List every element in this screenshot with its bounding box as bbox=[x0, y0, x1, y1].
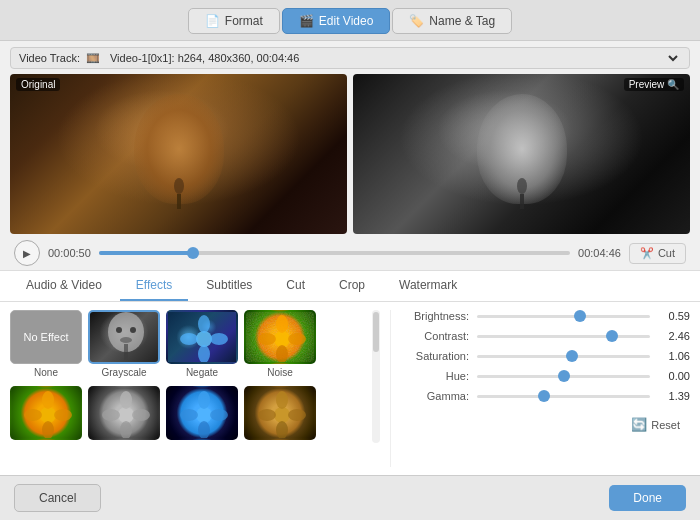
play-button[interactable]: ▶ bbox=[14, 240, 40, 266]
svg-point-14 bbox=[274, 331, 290, 347]
scrollbar-thumb bbox=[373, 312, 379, 352]
svg-point-21 bbox=[42, 391, 54, 409]
contrast-slider[interactable] bbox=[477, 335, 650, 338]
effect-7-thumb bbox=[166, 386, 238, 440]
sub-tab-subtitles[interactable]: Subtitles bbox=[190, 271, 268, 301]
effects-scrollbar[interactable] bbox=[372, 310, 380, 443]
sub-tab-effects[interactable]: Effects bbox=[120, 271, 188, 301]
video-track-select[interactable]: Video-1[0x1]: h264, 480x360, 00:04:46 bbox=[106, 51, 681, 65]
effect6-svg bbox=[90, 388, 160, 440]
sub-tab-cut-label: Cut bbox=[286, 278, 305, 292]
name-tag-icon: 🏷️ bbox=[409, 14, 424, 28]
effect-negate-thumb bbox=[166, 310, 238, 364]
video-previews: Original Preview 🔍 bbox=[10, 74, 690, 234]
preview-label: Preview 🔍 bbox=[624, 78, 684, 91]
tab-format-label: Format bbox=[225, 14, 263, 28]
svg-point-32 bbox=[198, 421, 210, 439]
sub-tab-crop[interactable]: Crop bbox=[323, 271, 381, 301]
effect-8[interactable] bbox=[244, 386, 316, 443]
original-label: Original bbox=[16, 78, 60, 91]
format-icon: 📄 bbox=[205, 14, 220, 28]
svg-point-23 bbox=[24, 409, 42, 421]
effect-noise[interactable]: Noise bbox=[244, 310, 316, 378]
effect-8-thumb bbox=[244, 386, 316, 440]
hue-value: 0.00 bbox=[658, 370, 690, 382]
effect-negate[interactable]: Negate bbox=[166, 310, 238, 378]
svg-point-0 bbox=[174, 178, 184, 194]
mic-svg-original bbox=[164, 174, 194, 214]
svg-point-37 bbox=[276, 421, 288, 439]
effect-6-thumb bbox=[88, 386, 160, 440]
hue-slider[interactable] bbox=[477, 375, 650, 378]
svg-point-27 bbox=[120, 421, 132, 439]
video-track-label: Video Track: bbox=[19, 52, 80, 64]
gamma-slider[interactable] bbox=[477, 395, 650, 398]
effect-none[interactable]: No Effect None bbox=[10, 310, 82, 378]
effect5-svg bbox=[12, 388, 82, 440]
effect-5[interactable] bbox=[10, 386, 82, 443]
svg-point-6 bbox=[130, 327, 136, 333]
effect-6[interactable] bbox=[88, 386, 160, 443]
svg-point-33 bbox=[180, 409, 198, 421]
sub-tab-audio-video[interactable]: Audio & Video bbox=[10, 271, 118, 301]
effect-noise-label: Noise bbox=[267, 367, 293, 378]
tab-name-tag[interactable]: 🏷️ Name & Tag bbox=[392, 8, 512, 34]
done-button[interactable]: Done bbox=[609, 485, 686, 511]
sub-tab-watermark[interactable]: Watermark bbox=[383, 271, 473, 301]
progress-fill bbox=[99, 251, 193, 255]
gamma-label: Gamma: bbox=[399, 390, 469, 402]
gamma-value: 1.39 bbox=[658, 390, 690, 402]
brightness-row: Brightness: 0.59 bbox=[399, 310, 690, 322]
time-total: 00:04:46 bbox=[578, 247, 621, 259]
svg-point-22 bbox=[42, 421, 54, 439]
progress-track[interactable] bbox=[99, 251, 570, 255]
cut-label: Cut bbox=[658, 247, 675, 259]
cut-icon: ✂️ bbox=[640, 247, 654, 260]
time-current: 00:00:50 bbox=[48, 247, 91, 259]
effect-5-thumb bbox=[10, 386, 82, 440]
svg-point-20 bbox=[40, 407, 56, 423]
brightness-slider[interactable] bbox=[477, 315, 650, 318]
svg-point-39 bbox=[288, 409, 306, 421]
progress-thumb bbox=[187, 247, 199, 259]
reset-button[interactable]: 🔄 Reset bbox=[621, 414, 690, 435]
panel-content: No Effect None bbox=[0, 302, 700, 475]
effect-grayscale-thumb bbox=[88, 310, 160, 364]
sub-tab-subtitles-label: Subtitles bbox=[206, 278, 252, 292]
svg-point-30 bbox=[196, 407, 212, 423]
tab-edit-video[interactable]: 🎬 Edit Video bbox=[282, 8, 391, 34]
saturation-value: 1.06 bbox=[658, 350, 690, 362]
svg-point-16 bbox=[276, 345, 288, 363]
effect-grayscale-label: Grayscale bbox=[101, 367, 146, 378]
effect-7[interactable] bbox=[166, 386, 238, 443]
reset-label: Reset bbox=[651, 419, 680, 431]
svg-point-29 bbox=[132, 409, 150, 421]
saturation-slider[interactable] bbox=[477, 355, 650, 358]
effect-none-thumb: No Effect bbox=[10, 310, 82, 364]
effects-row-wrap: No Effect None bbox=[10, 310, 380, 443]
svg-point-31 bbox=[198, 391, 210, 409]
svg-point-28 bbox=[102, 409, 120, 421]
svg-point-17 bbox=[258, 333, 276, 345]
preview-label-text: Preview 🔍 bbox=[629, 79, 679, 90]
sub-tab-crop-label: Crop bbox=[339, 278, 365, 292]
playback-bar: ▶ 00:00:50 00:04:46 ✂️ Cut bbox=[10, 234, 690, 270]
cut-button[interactable]: ✂️ Cut bbox=[629, 243, 686, 264]
noise-flower-svg bbox=[246, 312, 316, 364]
cancel-button[interactable]: Cancel bbox=[14, 484, 101, 512]
effect-grayscale[interactable]: Grayscale bbox=[88, 310, 160, 378]
svg-point-24 bbox=[54, 409, 72, 421]
negate-flower-svg bbox=[168, 312, 238, 364]
saturation-row: Saturation: 1.06 bbox=[399, 350, 690, 362]
svg-point-13 bbox=[210, 333, 228, 345]
effect-none-label: None bbox=[34, 367, 58, 378]
contrast-label: Contrast: bbox=[399, 330, 469, 342]
sub-tab-bar: Audio & Video Effects Subtitles Cut Crop… bbox=[0, 271, 700, 302]
sub-tab-cut[interactable]: Cut bbox=[270, 271, 321, 301]
adjustments-panel: Brightness: 0.59 Contrast: 2.46 Saturati… bbox=[390, 310, 690, 467]
brightness-label: Brightness: bbox=[399, 310, 469, 322]
svg-rect-1 bbox=[177, 194, 181, 209]
sub-tab-effects-label: Effects bbox=[136, 278, 172, 292]
effects-row-1: No Effect None bbox=[10, 310, 366, 378]
tab-format[interactable]: 📄 Format bbox=[188, 8, 280, 34]
